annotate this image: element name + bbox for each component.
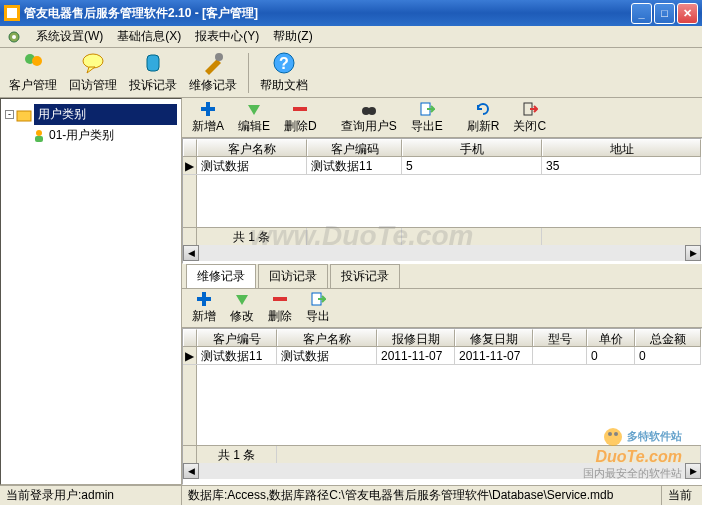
svg-rect-11 bbox=[17, 111, 31, 121]
col-repdate[interactable]: 报修日期 bbox=[377, 329, 455, 346]
triangle-icon bbox=[234, 291, 250, 307]
user-icon bbox=[31, 128, 47, 144]
menu-bar: 系统设置(W) 基础信息(X) 报表中心(Y) 帮助(Z) bbox=[0, 26, 702, 48]
cell-code[interactable]: 测试数据11 bbox=[307, 157, 402, 174]
cell-name[interactable]: 测试数据 bbox=[197, 157, 307, 174]
tree-child[interactable]: 01-用户类别 bbox=[5, 126, 177, 145]
grid-count: 共 1 条 bbox=[197, 446, 277, 463]
close-button[interactable]: ✕ bbox=[677, 3, 698, 24]
minimize-button[interactable]: _ bbox=[631, 3, 652, 24]
grid-footer: 共 1 条 bbox=[183, 227, 701, 245]
scroll-left-icon[interactable]: ◀ bbox=[183, 463, 199, 479]
top-search-button[interactable]: 查询用户S bbox=[335, 99, 403, 137]
grid-empty-space bbox=[183, 175, 701, 227]
maximize-button[interactable]: □ bbox=[654, 3, 675, 24]
tree-root-label[interactable]: 用户类别 bbox=[34, 104, 177, 125]
speech-icon bbox=[81, 51, 105, 75]
menu-system[interactable]: 系统设置(W) bbox=[36, 28, 103, 45]
svg-point-3 bbox=[12, 35, 16, 39]
customer-grid: 客户名称 客户编码 手机 地址 ▶ 测试数据 测试数据11 5 35 共 1 条 bbox=[182, 138, 702, 264]
tab-complaint[interactable]: 投诉记录 bbox=[330, 264, 400, 288]
bot-export-button[interactable]: 导出 bbox=[300, 289, 336, 327]
top-export-button[interactable]: 导出E bbox=[405, 99, 449, 137]
scroll-right-icon[interactable]: ▶ bbox=[685, 245, 701, 261]
plus-icon bbox=[200, 101, 216, 117]
top-edit-button[interactable]: 编辑E bbox=[232, 99, 276, 137]
col-phone[interactable]: 手机 bbox=[402, 139, 542, 156]
toolbar-complaint[interactable]: 投诉记录 bbox=[124, 50, 182, 96]
horizontal-scrollbar[interactable]: ◀ ▶ bbox=[183, 463, 701, 479]
col-total[interactable]: 总金额 bbox=[635, 329, 701, 346]
grid-empty-space bbox=[183, 365, 701, 445]
col-addr[interactable]: 地址 bbox=[542, 139, 701, 156]
refresh-icon bbox=[475, 101, 491, 117]
row-selector-head[interactable] bbox=[183, 139, 197, 156]
toolbar-visit[interactable]: 回访管理 bbox=[64, 50, 122, 96]
menu-report[interactable]: 报表中心(Y) bbox=[195, 28, 259, 45]
cell-addr[interactable]: 35 bbox=[542, 157, 701, 174]
tab-visit[interactable]: 回访记录 bbox=[258, 264, 328, 288]
bot-edit-button[interactable]: 修改 bbox=[224, 289, 260, 327]
binoculars-icon bbox=[361, 101, 377, 117]
table-row[interactable]: ▶ 测试数据11 测试数据 2011-11-07 2011-11-07 0 0 bbox=[183, 347, 701, 365]
scroll-right-icon[interactable]: ▶ bbox=[685, 463, 701, 479]
col-fixdate[interactable]: 修复日期 bbox=[455, 329, 533, 346]
top-delete-button[interactable]: 删除D bbox=[278, 99, 323, 137]
cell-repdate[interactable]: 2011-11-07 bbox=[377, 347, 455, 364]
svg-rect-13 bbox=[35, 136, 43, 142]
tree-panel: - 用户类别 01-用户类别 bbox=[0, 98, 182, 485]
svg-rect-1 bbox=[7, 8, 17, 18]
window-title: 管友电器售后服务管理软件2.10 - [客户管理] bbox=[24, 5, 631, 22]
cell-price[interactable]: 0 bbox=[587, 347, 635, 364]
repair-grid: 客户编号 客户名称 报修日期 修复日期 型号 单价 总金额 ▶ 测试数据11 测… bbox=[182, 328, 702, 485]
title-bar: 管友电器售后服务管理软件2.10 - [客户管理] _ □ ✕ bbox=[0, 0, 702, 26]
menu-basic[interactable]: 基础信息(X) bbox=[117, 28, 181, 45]
col-name[interactable]: 客户名称 bbox=[277, 329, 377, 346]
folder-icon bbox=[16, 107, 32, 123]
tools-icon bbox=[201, 51, 225, 75]
tree-root[interactable]: - 用户类别 bbox=[5, 103, 177, 126]
col-code[interactable]: 客户编号 bbox=[197, 329, 277, 346]
bot-add-button[interactable]: 新增 bbox=[186, 289, 222, 327]
cell-model[interactable] bbox=[533, 347, 587, 364]
scroll-left-icon[interactable]: ◀ bbox=[183, 245, 199, 261]
top-refresh-button[interactable]: 刷新R bbox=[461, 99, 506, 137]
toolbar-customer[interactable]: 客户管理 bbox=[4, 50, 62, 96]
current-row-indicator: ▶ bbox=[183, 347, 197, 364]
horizontal-scrollbar[interactable]: ◀ ▶ bbox=[183, 245, 701, 261]
svg-point-18 bbox=[368, 107, 376, 115]
cell-fixdate[interactable]: 2011-11-07 bbox=[455, 347, 533, 364]
detail-tabs: 维修记录 回访记录 投诉记录 bbox=[182, 264, 702, 288]
col-code[interactable]: 客户编码 bbox=[307, 139, 402, 156]
svg-point-5 bbox=[32, 56, 42, 66]
svg-rect-23 bbox=[273, 297, 287, 301]
col-price[interactable]: 单价 bbox=[587, 329, 635, 346]
bot-delete-button[interactable]: 删除 bbox=[262, 289, 298, 327]
svg-point-8 bbox=[215, 53, 223, 61]
gear-icon bbox=[6, 29, 22, 45]
status-bar: 当前登录用户:admin 数据库:Access,数据库路径C:\管友电器售后服务… bbox=[0, 485, 702, 505]
toolbar-help[interactable]: ? 帮助文档 bbox=[255, 50, 313, 96]
menu-help[interactable]: 帮助(Z) bbox=[273, 28, 312, 45]
status-time: 当前 bbox=[662, 486, 702, 505]
top-grid-toolbar: 新增A 编辑E 删除D 查询用户S 导出E 刷新R 关闭C bbox=[182, 98, 702, 138]
table-row[interactable]: ▶ 测试数据 测试数据11 5 35 bbox=[183, 157, 701, 175]
top-close-button[interactable]: 关闭C bbox=[507, 99, 552, 137]
tab-repair[interactable]: 维修记录 bbox=[186, 264, 256, 288]
top-add-button[interactable]: 新增A bbox=[186, 99, 230, 137]
people-icon bbox=[21, 51, 45, 75]
cell-total[interactable]: 0 bbox=[635, 347, 701, 364]
main-area: - 用户类别 01-用户类别 新增A 编辑E 删除D 查询用户S 导出E 刷新R bbox=[0, 98, 702, 485]
svg-point-6 bbox=[83, 54, 103, 68]
col-model[interactable]: 型号 bbox=[533, 329, 587, 346]
cell-code[interactable]: 测试数据11 bbox=[197, 347, 277, 364]
cell-name[interactable]: 测试数据 bbox=[277, 347, 377, 364]
plus-icon bbox=[196, 291, 212, 307]
collapse-icon[interactable]: - bbox=[5, 110, 14, 119]
row-selector-head[interactable] bbox=[183, 329, 197, 346]
tree-child-label: 01-用户类别 bbox=[49, 127, 114, 144]
toolbar-repair[interactable]: 维修记录 bbox=[184, 50, 242, 96]
cell-phone[interactable]: 5 bbox=[402, 157, 542, 174]
col-name[interactable]: 客户名称 bbox=[197, 139, 307, 156]
main-toolbar: 客户管理 回访管理 投诉记录 维修记录 ? 帮助文档 bbox=[0, 48, 702, 98]
